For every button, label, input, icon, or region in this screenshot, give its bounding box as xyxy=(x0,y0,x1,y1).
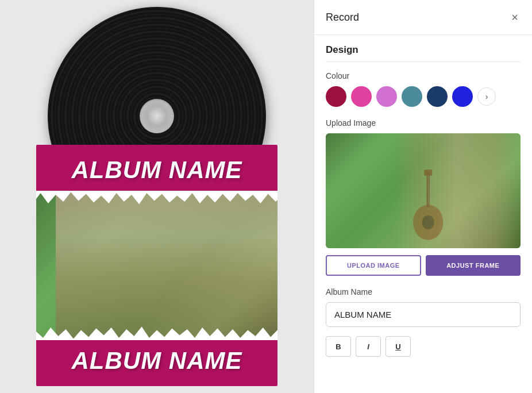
canvas-area: ALBUM NAME ALBUM NAME xyxy=(0,0,314,393)
close-button[interactable]: × xyxy=(509,9,521,25)
bold-button[interactable]: B xyxy=(326,336,351,357)
color-swatch-dark-red[interactable] xyxy=(326,86,346,107)
guitar-icon xyxy=(375,162,481,242)
underline-button[interactable]: U xyxy=(385,336,411,357)
color-swatch-teal[interactable] xyxy=(402,86,422,107)
italic-button[interactable]: I xyxy=(356,336,381,357)
torn-image-container xyxy=(36,191,277,340)
image-preview-inner xyxy=(326,133,521,248)
album-name-label: Album Name xyxy=(326,287,521,296)
svg-point-1 xyxy=(422,215,434,230)
album-image xyxy=(36,191,277,340)
upload-image-label: Upload Image xyxy=(326,118,521,128)
person-figure xyxy=(56,191,277,340)
style-buttons: B I U xyxy=(326,336,521,357)
album-wrapper: ALBUM NAME ALBUM NAME xyxy=(36,7,277,386)
adjust-frame-button[interactable]: ADJUST FRAME xyxy=(426,255,521,276)
color-row: › xyxy=(326,86,521,107)
action-button-row: UPLOAD IMAGE ADJUST FRAME xyxy=(326,255,521,276)
album-title-top: ALBUM NAME xyxy=(36,156,277,184)
panel-title: Record xyxy=(326,11,359,24)
album-name-input[interactable] xyxy=(326,302,521,327)
album-cover: ALBUM NAME ALBUM NAME xyxy=(36,145,277,386)
color-swatch-lavender[interactable] xyxy=(376,86,397,107)
album-title-bottom: ALBUM NAME xyxy=(36,347,277,375)
upload-image-button[interactable]: UPLOAD IMAGE xyxy=(326,255,421,276)
color-next-button[interactable]: › xyxy=(477,87,496,106)
right-panel: Record × Design Colour › Upload Image xyxy=(314,0,532,393)
color-swatch-royal-blue[interactable] xyxy=(452,86,473,107)
color-swatch-hot-pink[interactable] xyxy=(351,86,372,107)
panel-header: Record × xyxy=(314,0,532,35)
design-section-title: Design xyxy=(326,44,521,62)
color-swatch-navy[interactable] xyxy=(427,86,448,107)
panel-content: Design Colour › Upload Image xyxy=(314,35,532,393)
image-preview xyxy=(326,133,521,248)
colour-label: Colour xyxy=(326,71,521,80)
